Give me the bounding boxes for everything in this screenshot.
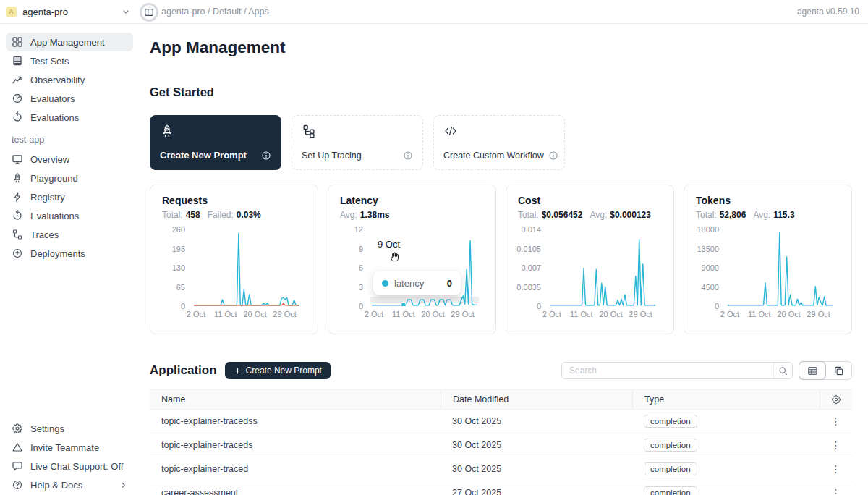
list-icon xyxy=(12,55,23,67)
get-started-cards: Create New Prompt Set Up Tracing Create … xyxy=(150,115,852,170)
table-row[interactable]: topic-explainer-traceds 30 Oct 2025 comp… xyxy=(150,433,852,457)
metric-label: Avg: xyxy=(753,210,770,220)
info-icon[interactable] xyxy=(548,151,558,161)
cost-chart: 0.0140.01050.0070.00350 2 Oct11 Oct20 Oc… xyxy=(518,229,662,306)
column-header-name[interactable]: Name xyxy=(150,390,441,409)
column-header-date[interactable]: Date Modified xyxy=(441,390,632,409)
card-label: Set Up Tracing xyxy=(302,151,362,161)
metric-label: Total: xyxy=(518,210,539,220)
metric-label: Avg: xyxy=(340,210,357,220)
metric-value: 1.38ms xyxy=(360,210,390,220)
row-menu-icon[interactable]: ⋮ xyxy=(831,488,841,495)
metric-value: $0.056452 xyxy=(542,210,583,220)
refresh-icon xyxy=(12,210,23,221)
app-type: completion xyxy=(632,415,820,428)
line-chart-icon xyxy=(12,74,23,85)
sidebar-item-invite-teammate[interactable]: Invite Teammate xyxy=(6,438,133,457)
table-row[interactable]: topic-explainer-tracedss 30 Oct 2025 com… xyxy=(150,410,852,433)
sidebar-item-traces[interactable]: Traces xyxy=(6,225,133,244)
sidebar-item-app-management[interactable]: App Management xyxy=(6,33,133,51)
table-header: Name Date Modified Type xyxy=(150,389,852,410)
search-box xyxy=(561,362,793,379)
application-title: Application xyxy=(150,363,217,378)
column-header-type[interactable]: Type xyxy=(632,390,820,409)
info-icon[interactable] xyxy=(403,151,413,161)
stat-title: Requests xyxy=(162,195,306,206)
rocket-icon xyxy=(160,124,271,138)
plus-icon xyxy=(234,367,242,375)
app-date: 27 Oct 2025 xyxy=(441,488,632,495)
table-row[interactable]: topic-explainer-traced 30 Oct 2025 compl… xyxy=(150,457,852,481)
sidebar-item-evaluations-app[interactable]: Evaluations xyxy=(6,206,133,225)
create-new-prompt-card[interactable]: Create New Prompt xyxy=(150,115,281,170)
chat-icon xyxy=(12,460,23,472)
app-name[interactable]: topic-explainer-tracedss xyxy=(150,416,441,426)
sidebar-item-label: Invite Teammate xyxy=(30,442,99,453)
sidebar-item-label: Registry xyxy=(30,192,65,203)
sidebar-item-registry[interactable]: Registry xyxy=(6,187,133,206)
row-menu-icon[interactable]: ⋮ xyxy=(831,464,841,474)
stat-title: Latency xyxy=(340,195,484,206)
card-label: Create New Prompt xyxy=(160,150,247,161)
metric-value: 0.03% xyxy=(237,210,261,220)
sidebar-item-evaluations[interactable]: Evaluations xyxy=(6,108,133,127)
set-up-tracing-card[interactable]: Set Up Tracing xyxy=(292,115,423,170)
metric-value: 458 xyxy=(186,210,200,220)
sidebar-item-help-docs[interactable]: Help & Docs xyxy=(6,475,133,494)
column-header-actions xyxy=(820,390,852,409)
app-date: 30 Oct 2025 xyxy=(441,464,632,474)
gear-icon xyxy=(12,423,23,434)
info-icon[interactable] xyxy=(261,151,271,161)
sidebar-item-label: Traces xyxy=(30,229,59,240)
sidebar-item-label: Help & Docs xyxy=(30,480,82,491)
sidebar-item-settings[interactable]: Settings xyxy=(6,419,133,438)
sidebar-item-deployments[interactable]: Deployments xyxy=(6,244,133,263)
workspace-selector[interactable]: A agenta-pro xyxy=(6,7,130,17)
app-name[interactable]: topic-explainer-traceds xyxy=(150,440,441,450)
create-new-prompt-button[interactable]: Create New Prompt xyxy=(225,362,331,379)
refresh-icon xyxy=(12,111,23,123)
sidebar-item-overview[interactable]: Overview xyxy=(6,150,133,169)
table-row[interactable]: career-assessment 27 Oct 2025 completion… xyxy=(150,481,852,495)
series-dot xyxy=(382,280,388,287)
app-type: completion xyxy=(632,439,820,452)
type-badge: completion xyxy=(644,439,697,452)
search-icon[interactable] xyxy=(773,363,792,378)
triangle-icon xyxy=(12,441,23,453)
rocket-icon xyxy=(12,172,23,184)
sidebar-item-label: App Management xyxy=(30,37,105,48)
row-menu-icon[interactable]: ⋮ xyxy=(831,440,841,450)
sidebar-item-test-sets[interactable]: Test Sets xyxy=(6,51,133,70)
chart-tooltip: latency 0 xyxy=(373,271,461,295)
latency-card: Latency Avg:1.38ms 129630 2 Oct11 Oct20 … xyxy=(328,185,496,334)
sidebar-footer: Settings Invite Teammate Live Chat Suppo… xyxy=(6,419,133,494)
type-badge: completion xyxy=(644,462,697,475)
app-name[interactable]: topic-explainer-traced xyxy=(150,464,441,474)
stat-title: Tokens xyxy=(696,195,840,206)
card-view-button[interactable] xyxy=(825,362,851,379)
table-view-button[interactable] xyxy=(799,362,825,379)
app-name[interactable]: career-assessment xyxy=(150,488,441,495)
sidebar-item-observability[interactable]: Observability xyxy=(6,70,133,89)
sidebar-collapse-button[interactable] xyxy=(140,3,158,22)
sidebar-item-label: Observability xyxy=(30,75,85,85)
app-type: completion xyxy=(632,462,820,475)
row-menu-icon[interactable]: ⋮ xyxy=(831,416,841,426)
type-badge: completion xyxy=(644,415,697,428)
sidebar-item-playground[interactable]: Playground xyxy=(6,169,133,187)
breadcrumb[interactable]: agenta-pro / Default / Apps xyxy=(161,7,269,17)
search-input[interactable] xyxy=(562,363,773,378)
metric-value: $0.000123 xyxy=(610,210,651,220)
column-settings-gear-icon[interactable] xyxy=(831,394,841,405)
stats-row: Requests Total:458 Failed:0.03% 26019513… xyxy=(150,185,852,334)
workspace-avatar: A xyxy=(6,7,17,17)
help-icon xyxy=(12,479,23,491)
create-custom-workflow-card[interactable]: Create Custom Workflow xyxy=(433,115,565,170)
view-toggle xyxy=(799,361,852,380)
sidebar-item-label: Live Chat Support: Off xyxy=(30,461,123,472)
tokens-chart: 1800013500900045000 2 Oct11 Oct20 Oct29 … xyxy=(696,229,840,306)
requests-chart: 260195130650 2 Oct11 Oct20 Oct29 Oct xyxy=(162,229,306,306)
sidebar-item-live-chat[interactable]: Live Chat Support: Off xyxy=(6,457,133,475)
sidebar-item-label: Evaluators xyxy=(30,93,75,104)
sidebar-item-evaluators[interactable]: Evaluators xyxy=(6,89,133,108)
